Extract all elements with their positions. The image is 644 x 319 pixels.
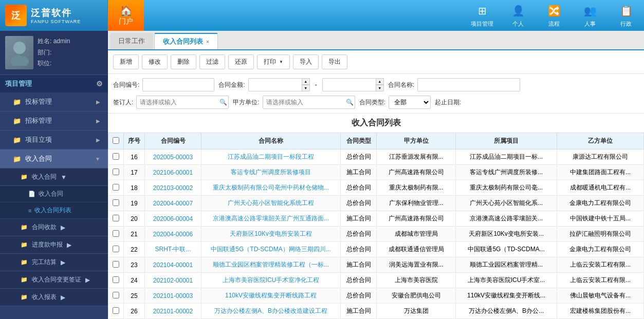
row-code-link-7[interactable]: 202104-00001 [153,261,193,269]
sidebar-subsub-income-contract-list[interactable]: ≡ 收入合同列表 [0,202,108,219]
btn-add[interactable]: 新增 [113,54,139,69]
row-code-link-6[interactable]: SRHT-中联... [155,246,191,253]
nav-home-button[interactable]: 🏠 门户 [108,0,144,31]
row-name-link-5[interactable]: 天府新区10Kv变电所安装工程 [230,230,311,237]
tab-close-icon[interactable]: × [206,39,209,45]
row-name-link-2[interactable]: 重庆太极制药有限公司亳州中药材仓储物... [213,184,329,191]
btn-filter[interactable]: 过滤 [199,54,225,69]
row-name-link-9[interactable]: 110kV安徽线程集变开断线路工程 [225,292,317,299]
row-checkbox-10[interactable] [113,307,119,314]
sidebar-sub-income-report[interactable]: 📁 收入报表 ▶ [0,289,108,306]
home-icon: 🏠 [120,5,133,17]
filter-type-select[interactable]: 全部 总价合同 施工合同 [389,96,431,109]
row-name-link-3[interactable]: 广州天心苑小区智能化系统工程 [228,199,314,207]
document-icon-1: 📄 [28,191,35,197]
sidebar-item-bidding-mgmt[interactable]: 📁 投标管理 ▶ [0,92,108,111]
tab-income-contract-list[interactable]: 收入合同列表 × [154,33,218,49]
sidebar-sub-contract-change[interactable]: 📁 收入合同变更签证 ▶ [0,271,108,289]
row-name-link-10[interactable]: 万达办公楼左侧A、B办公楼改造建设工程 [214,307,327,314]
row-type-3: 总价合同 [341,196,377,211]
nav-workflow[interactable]: 🔀 流程 [536,0,572,31]
signer-search-wrapper: 🔍 [136,96,229,109]
filter-amount-min-input[interactable] [248,78,310,91]
sidebar-item-tender-mgmt[interactable]: 📁 招标管理 ▶ [0,111,108,130]
btn-export[interactable]: 导出 [322,54,347,69]
row-code-link-5[interactable]: 202004-00006 [153,231,193,238]
sidebar-sub-progress-payment[interactable]: 📁 进度款申报 ▶ [0,236,108,254]
row-name-link-1[interactable]: 客运专线广州调度所装修项目 [231,168,311,176]
sidebar-label-bidding-mgmt: 投标管理 [25,97,52,106]
row-code-8: 202102-00001 [145,273,201,288]
row-project-7: 顺德工业园区档案管理精... [456,257,557,273]
gear-icon[interactable]: ⚙ [96,80,103,88]
sidebar-subsub-income-contract[interactable]: 📄 收入合同 [0,186,108,202]
sidebar-item-income-contract[interactable]: 📁 收入合同 ▼ [0,149,108,168]
sidebar-sub-contract-payment[interactable]: 📁 合同收款 ▶ [0,219,108,236]
filter-amount-max-input[interactable] [322,78,384,91]
row-party-b-8: 上临云安装工程有限... [557,273,644,288]
row-checkbox-8[interactable] [113,276,119,283]
row-code-link-10[interactable]: 202101-00002 [153,308,193,315]
row-code-link-9[interactable]: 202101-00003 [153,292,193,299]
row-name-link-6[interactable]: 中国联通5G（TD-SCDMA）网络三期四川... [211,246,330,253]
row-checkbox-1[interactable] [113,168,119,175]
row-party-a-0: 江苏垂源发展有限... [377,149,456,165]
btn-restore[interactable]: 还原 [228,54,254,69]
nav-admin[interactable]: 📋 行政 [608,0,644,31]
row-checkbox-6[interactable] [113,246,119,252]
row-name-link-7[interactable]: 顺德工业园区档案管理精装修工程（一标... [213,261,329,268]
list-icon-1: ≡ [28,208,31,214]
tab-daily-work[interactable]: 日常工作 [110,33,153,49]
amount-min-down-btn[interactable]: ▼ [302,85,310,91]
row-party-a-9: 安徽合肥供电公司 [377,288,456,304]
row-name-link-0[interactable]: 江苏成品油二期项目一标段工程 [228,153,314,160]
row-checkbox-7[interactable] [113,261,119,268]
filter-party-a-input[interactable] [263,96,355,109]
row-checkbox-0[interactable] [113,153,119,160]
row-code-link-3[interactable]: 202004-00007 [153,200,193,207]
arrow-icon-5: ▼ [61,174,67,181]
amount-max-down-btn[interactable]: ▼ [376,85,384,91]
row-checkbox-4[interactable] [113,215,119,221]
filter-row-party-a: 甲方单位: 🔍 [233,96,355,109]
btn-edit[interactable]: 修改 [142,54,168,69]
workflow-icon: 🔀 [547,4,561,18]
sidebar-item-project-approval[interactable]: 📁 项目立项 ▶ [0,130,108,149]
nav-project-mgmt[interactable]: ⊞ 项目管理 [464,0,500,31]
btn-import[interactable]: 导入 [293,54,319,69]
row-code-link-1[interactable]: 202106-00001 [153,169,193,176]
row-checkbox-3[interactable] [113,199,119,206]
select-all-checkbox[interactable] [113,137,119,144]
row-code-link-4[interactable]: 202006-00004 [153,215,193,222]
row-code-link-8[interactable]: 202102-00001 [153,277,193,284]
personal-icon: 👤 [511,4,525,18]
row-code-link-2[interactable]: 202103-00002 [153,184,193,192]
sidebar-sub-completion-settlement[interactable]: 📁 完工结算 ▶ [0,254,108,271]
row-code-link-0[interactable]: 202005-00003 [153,154,193,161]
row-checkbox-5[interactable] [113,230,119,237]
sidebar-sub-income-contract[interactable]: 📁 收入合同 ▼ [0,168,108,186]
row-seq-2: 18 [124,180,145,196]
amount-min-up-btn[interactable]: ▲ [302,78,310,85]
row-code-0: 202005-00003 [145,149,201,165]
btn-delete[interactable]: 删除 [171,54,196,69]
signer-search-btn[interactable]: 🔍 [219,99,227,106]
party-a-search-btn[interactable]: 🔍 [346,99,354,106]
filter-code-input[interactable] [142,78,214,91]
row-party-a-2: 重庆太极制药有限... [377,180,456,196]
row-name-link-4[interactable]: 京港澳高速公路零壤韶关至广州互通路面... [213,215,329,222]
logo-icon [5,5,27,26]
amount-max-up-btn[interactable]: ▲ [376,78,384,85]
row-checkbox-2[interactable] [113,184,119,191]
nav-hr[interactable]: 👥 人事 [572,0,608,31]
filter-name-input[interactable] [417,78,520,91]
filter-signer-input[interactable] [136,96,229,109]
nav-personal[interactable]: 👤 个人 [500,0,536,31]
row-name-link-8[interactable]: 上海市美容医院ICU手术室净化工程 [223,276,320,284]
btn-print[interactable]: 打印 [257,54,290,69]
contract-table: 序号 合同编号 合同名称 合同类型 甲方单位 所属项目 乙方单位 16 2020… [108,133,644,319]
arrow-icon-9: ▶ [85,276,90,284]
row-name-10: 万达办公楼左侧A、B办公楼改造建设工程 [201,304,341,319]
nav-admin-label: 行政 [620,20,632,28]
row-checkbox-9[interactable] [113,292,119,298]
